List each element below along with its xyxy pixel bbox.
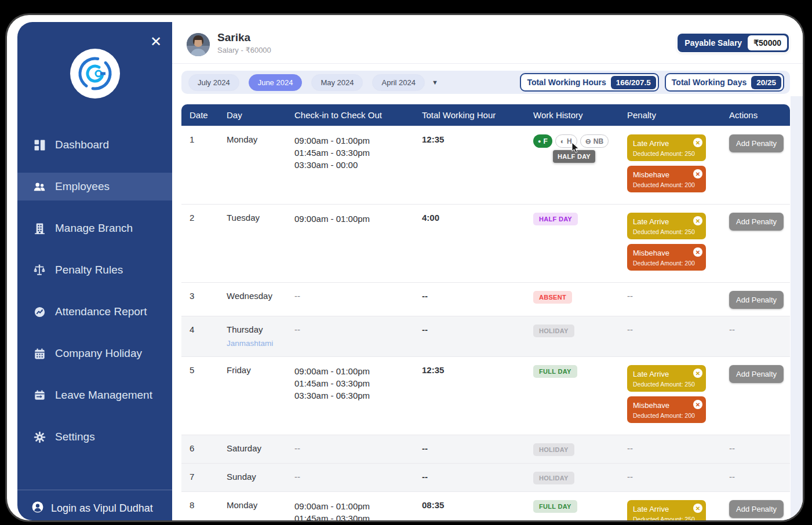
penalty-name: Late Arrive — [633, 505, 700, 513]
sidebar-item-employees[interactable]: Employees — [17, 173, 172, 200]
cell-total-working-hour: -- — [414, 316, 525, 341]
sidebar-item-dashboard[interactable]: Dashboard — [17, 131, 172, 159]
penalty-badge-late: Late ArriveDeducted Amount: 250✕ — [627, 213, 706, 239]
remove-penalty-icon[interactable]: ✕ — [693, 247, 702, 257]
status-badge-full: FULL DAY — [533, 365, 577, 378]
remove-penalty-icon[interactable]: ✕ — [693, 169, 702, 178]
add-penalty-button[interactable]: Add Penalty — [729, 213, 784, 231]
column-header-work-history: Work History — [525, 110, 619, 120]
sidebar-item-label: Attendance Report — [55, 305, 147, 318]
remove-penalty-icon[interactable]: ✕ — [693, 504, 702, 513]
no-break-circle-icon: ⊖ — [585, 138, 591, 145]
checkin-time: 09:00am - 01:00pm — [294, 365, 410, 377]
cell-date: 6 — [181, 435, 219, 460]
month-tab-may-2024[interactable]: May 2024 — [311, 74, 363, 91]
cell-total-working-hour: 08:35 — [414, 492, 525, 517]
sidebar-item-penalty-rules[interactable]: Penalty Rules — [17, 256, 172, 284]
table-header-row: DateDayCheck-in to Check OutTotal Workin… — [181, 104, 790, 126]
checkin-time: 09:00am - 01:00pm — [294, 500, 410, 512]
person-circle-icon — [31, 501, 44, 516]
cell-date: 1 — [181, 126, 219, 151]
sidebar-item-settings[interactable]: Settings — [17, 423, 172, 451]
sidebar-item-attendance-report[interactable]: Attendance Report — [17, 298, 172, 326]
penalty-deducted-amount: Deducted Amount: 250 — [633, 228, 700, 235]
column-header-date: Date — [181, 110, 219, 120]
close-icon[interactable]: ✕ — [150, 35, 162, 49]
cell-day: Wednesday — [219, 283, 286, 308]
penalty-badge-misbehave: MisbehaveDeducted Amount: 200✕ — [627, 244, 706, 271]
scrollbar-gutter — [791, 96, 803, 520]
scales-icon — [32, 263, 46, 277]
work-history-pill-f[interactable]: ●F — [533, 134, 552, 148]
month-tab-july-2024[interactable]: July 2024 — [188, 74, 239, 91]
cell-actions: -- — [721, 316, 790, 341]
checkin-time: 01:45am - 03:30pm — [294, 147, 410, 159]
cell-checkins: -- — [286, 464, 414, 488]
dashboard-icon — [32, 138, 46, 152]
remove-penalty-icon[interactable]: ✕ — [693, 138, 702, 147]
remove-penalty-icon[interactable]: ✕ — [693, 216, 702, 225]
month-tab-june-2024[interactable]: June 2024 — [249, 74, 303, 91]
payable-salary-pill: Payable Salary ₹50000 — [678, 34, 789, 52]
cell-work-history: HOLIDAY — [525, 464, 619, 491]
penalty-name: Late Arrive — [633, 139, 700, 148]
sidebar-item-company-holiday[interactable]: Company Holiday — [17, 340, 172, 367]
cell-total-working-hour: 12:35 — [414, 126, 525, 151]
chevron-down-icon[interactable]: ▼ — [432, 79, 438, 86]
cell-checkins: 09:00am - 01:00pm — [286, 205, 414, 232]
add-penalty-button[interactable]: Add Penalty — [729, 134, 784, 152]
full-day-dot-icon: ● — [538, 138, 541, 144]
column-header-day: Day — [219, 110, 286, 120]
total-working-days-label: Total Working Days — [672, 78, 747, 87]
cell-day: Tuesday — [219, 205, 286, 229]
cell-checkins: 09:00am - 01:00pm01:45am - 03:30pm03:30a… — [286, 126, 414, 178]
work-history-pill-nb[interactable]: ⊖NB — [580, 134, 609, 148]
penalty-empty: -- — [627, 443, 633, 453]
penalty-badge-late: Late ArriveDeducted Amount: 250✕ — [627, 500, 706, 520]
cell-actions: Add Penalty — [721, 492, 790, 520]
work-history-pills: ●F◐H⊖NBHALF DAY — [533, 134, 616, 148]
column-header-penalty: Penalty — [619, 110, 721, 120]
attendance-table: DateDayCheck-in to Check OutTotal Workin… — [181, 104, 790, 520]
table-row: 5Friday09:00am - 01:00pm01:45am - 03:30p… — [181, 356, 790, 435]
month-tab-april-2024[interactable]: April 2024 — [372, 74, 425, 91]
checkin-time: 09:00am - 01:00pm — [294, 134, 410, 147]
cell-date: 4 — [181, 316, 219, 341]
add-penalty-button[interactable]: Add Penalty — [729, 365, 784, 383]
employee-header: Sarika Salary - ₹60000 Payable Salary ₹5… — [172, 15, 803, 64]
cell-work-history: ABSENT — [525, 283, 619, 311]
remove-penalty-icon[interactable]: ✕ — [693, 400, 702, 409]
add-penalty-button[interactable]: Add Penalty — [729, 291, 784, 309]
sidebar-item-manage-branch[interactable]: Manage Branch — [17, 214, 172, 242]
table-row: 2Tuesday09:00am - 01:00pm4:00HALF DAYLat… — [181, 204, 790, 282]
cell-penalty: Late ArriveDeducted Amount: 250✕Misbehav… — [619, 126, 721, 204]
total-working-days-value: 20/25 — [751, 76, 781, 89]
total-working-hours-pill: Total Working Hours 166/207.5 — [520, 73, 658, 92]
login-as-label: Login as Vipul Dudhat — [51, 502, 153, 515]
sidebar-item-label: Penalty Rules — [55, 264, 123, 276]
cell-penalty: Late ArriveDeducted Amount: 250✕ — [619, 492, 721, 520]
cell-work-history: FULL DAY — [525, 357, 619, 385]
action-empty: -- — [729, 443, 735, 453]
table-row: 1Monday09:00am - 01:00pm01:45am - 03:30p… — [181, 126, 790, 204]
penalty-deducted-amount: Deducted Amount: 250 — [633, 381, 700, 388]
employee-salary: Salary - ₹60000 — [217, 46, 271, 54]
cell-work-history: ●F◐H⊖NBHALF DAY — [525, 126, 619, 155]
remove-penalty-icon[interactable]: ✕ — [693, 369, 702, 378]
table-row: 3Wednesday----ABSENT--Add Penalty — [181, 282, 790, 316]
cursor-pointer-icon — [571, 143, 580, 155]
checkin-time: -- — [294, 325, 410, 334]
payable-salary-value: ₹50000 — [748, 35, 787, 50]
sidebar-item-label: Company Holiday — [55, 347, 142, 360]
table-row: 4ThursdayJanmashtami----HOLIDAY---- — [181, 316, 790, 356]
add-penalty-button[interactable]: Add Penalty — [729, 500, 784, 518]
work-history-pill-label: F — [543, 137, 547, 145]
calendar-icon — [32, 347, 46, 360]
sidebar: ✕ DashboardEmployeesManage BranchPenalty… — [17, 22, 172, 520]
login-as-button[interactable]: Login as Vipul Dudhat — [17, 495, 172, 520]
employee-name: Sarika — [217, 31, 250, 44]
sidebar-item-leave-management[interactable]: Leave Management — [17, 381, 172, 409]
cell-actions: Add Penalty — [721, 283, 790, 316]
sidebar-item-label: Employees — [55, 180, 110, 193]
penalty-empty: -- — [627, 291, 633, 301]
